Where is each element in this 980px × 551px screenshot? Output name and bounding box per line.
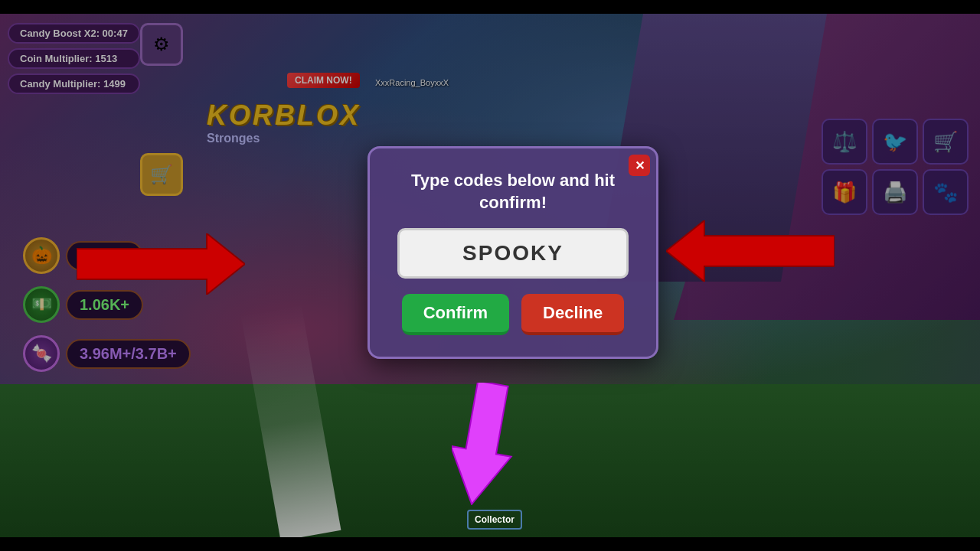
arrow-left <box>77 233 245 295</box>
modal-close-button[interactable]: ✕ <box>629 155 650 176</box>
modal-title: Type codes below and hit confirm! <box>397 170 629 214</box>
arrow-right <box>666 220 835 282</box>
svg-marker-2 <box>452 383 513 505</box>
collector-badge: Collector <box>467 510 522 530</box>
confirm-button[interactable]: Confirm <box>402 294 509 335</box>
svg-marker-0 <box>77 233 245 295</box>
svg-marker-1 <box>666 220 835 282</box>
code-input-field[interactable] <box>397 228 629 279</box>
code-modal: ✕ Type codes below and hit confirm! Conf… <box>368 146 658 358</box>
decline-button[interactable]: Decline <box>521 294 624 335</box>
pink-arrow-down <box>452 383 513 505</box>
modal-buttons: Confirm Decline <box>397 294 629 335</box>
